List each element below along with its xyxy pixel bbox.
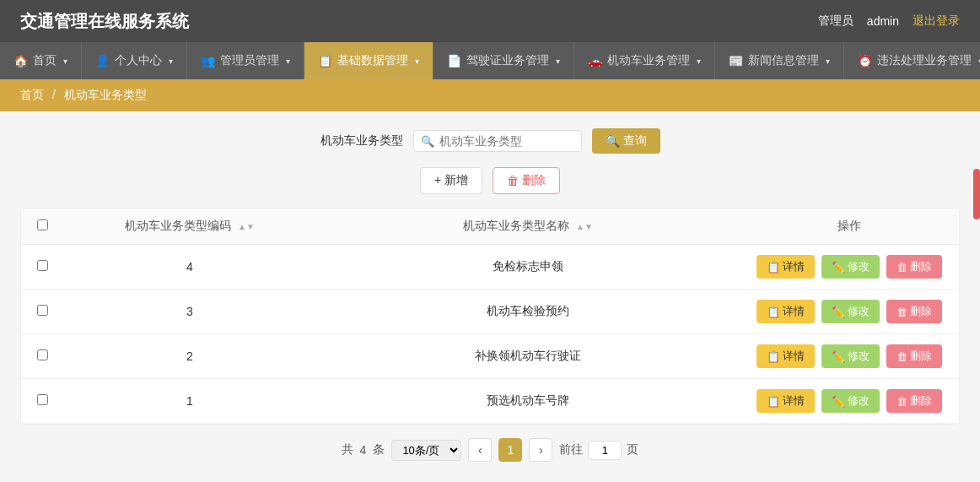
edit-label: 修改 bbox=[848, 259, 870, 274]
delete-row-button[interactable]: 🗑 删除 bbox=[886, 255, 942, 279]
prev-page-button[interactable]: ‹ bbox=[468, 438, 492, 462]
row-actions: 📋 详情 ✏️ 修改 🗑 删除 bbox=[753, 344, 945, 368]
page-1-button[interactable]: 1 bbox=[498, 438, 522, 462]
row-checkbox[interactable] bbox=[37, 394, 48, 405]
row-actions: 📋 详情 ✏️ 修改 🗑 删除 bbox=[753, 300, 945, 323]
edit-icon: ✏️ bbox=[832, 306, 845, 318]
vehicle-chevron-icon: ▾ bbox=[697, 57, 701, 66]
total-prefix: 共 bbox=[342, 442, 353, 458]
next-page-button[interactable]: › bbox=[529, 438, 552, 462]
driving-nav-label: 驾驶证业务管理 bbox=[466, 53, 549, 68]
nav-item-vehicle[interactable]: 🚗机动车业务管理▾ bbox=[574, 42, 715, 79]
header-name-col: 机动车业务类型名称 ▲▼ bbox=[316, 209, 740, 245]
row-checkbox-cell bbox=[21, 245, 63, 290]
select-all-checkbox[interactable] bbox=[37, 219, 48, 230]
detail-icon: 📋 bbox=[767, 350, 780, 363]
admin-chevron-icon: ▾ bbox=[286, 57, 290, 66]
delete-icon: 🗑 bbox=[897, 350, 907, 363]
nav-item-home[interactable]: 🏠首页▾ bbox=[0, 42, 82, 79]
pagination: 共 4 条 10条/页 20条/页 50条/页 ‹ 1 › 前往 页 bbox=[20, 438, 960, 462]
sort-arrows-name[interactable]: ▲▼ bbox=[576, 223, 593, 231]
detail-icon: 📋 bbox=[767, 395, 780, 408]
delete-label: 删除 bbox=[910, 304, 932, 319]
edit-icon: ✏️ bbox=[832, 395, 845, 408]
detail-button[interactable]: 📋 详情 bbox=[757, 389, 815, 413]
row-checkbox[interactable] bbox=[37, 305, 48, 316]
table-header-row: 机动车业务类型编码 ▲▼ 机动车业务类型名称 ▲▼ 操作 bbox=[21, 209, 959, 245]
row-action-cell: 📋 详情 ✏️ 修改 🗑 删除 bbox=[740, 379, 959, 424]
main-nav: 🏠首页▾👤个人中心▾👥管理员管理▾📋基础数据管理▾📄驾驶证业务管理▾🚗机动车业务… bbox=[0, 42, 980, 79]
header-action-label: 操作 bbox=[837, 219, 861, 232]
driving-nav-icon: 📄 bbox=[447, 54, 461, 68]
row-code-cell: 2 bbox=[63, 334, 316, 379]
header-code-col: 机动车业务类型编码 ▲▼ bbox=[63, 209, 316, 245]
detail-button[interactable]: 📋 详情 bbox=[757, 344, 815, 368]
search-label: 机动车业务类型 bbox=[320, 133, 403, 149]
row-action-cell: 📋 详情 ✏️ 修改 🗑 删除 bbox=[740, 245, 959, 290]
edit-label: 修改 bbox=[848, 393, 870, 409]
row-checkbox[interactable] bbox=[37, 349, 48, 360]
delete-icon: 🗑 bbox=[897, 395, 907, 408]
nav-item-news[interactable]: 📰新闻信息管理▾ bbox=[715, 42, 844, 79]
basic-nav-label: 基础数据管理 bbox=[337, 53, 408, 68]
page-goto: 前往 页 bbox=[559, 441, 638, 460]
page-unit: 页 bbox=[627, 442, 638, 458]
edit-button[interactable]: ✏️ 修改 bbox=[821, 344, 880, 368]
driving-chevron-icon: ▾ bbox=[556, 57, 560, 66]
search-icon-btn: 🔍 bbox=[606, 134, 620, 148]
search-bar: 机动车业务类型 🔍 🔍 查询 bbox=[20, 128, 960, 154]
table-row: 2 补换领机动车行驶证 📋 详情 ✏️ 修改 🗑 删除 bbox=[21, 334, 959, 379]
delete-icon: 🗑 bbox=[507, 174, 519, 187]
search-input[interactable] bbox=[439, 134, 574, 148]
search-input-wrap: 🔍 bbox=[413, 130, 582, 152]
total-unit: 条 bbox=[373, 442, 385, 458]
admin-nav-icon: 👥 bbox=[201, 54, 215, 68]
search-button-label: 查询 bbox=[623, 133, 647, 149]
batch-delete-label: 删除 bbox=[522, 173, 546, 188]
news-nav-label: 新闻信息管理 bbox=[748, 53, 819, 68]
nav-item-personal[interactable]: 👤个人中心▾ bbox=[82, 42, 187, 79]
delete-row-button[interactable]: 🗑 删除 bbox=[886, 389, 942, 413]
admin-nav-label: 管理员管理 bbox=[220, 53, 279, 68]
delete-row-button[interactable]: 🗑 删除 bbox=[886, 344, 942, 368]
breadcrumb-current: 机动车业务类型 bbox=[64, 88, 147, 101]
nav-item-driving[interactable]: 📄驾驶证业务管理▾ bbox=[433, 42, 574, 79]
edit-label: 修改 bbox=[848, 304, 870, 319]
goto-input[interactable] bbox=[588, 441, 622, 460]
sort-arrows-code[interactable]: ▲▼ bbox=[238, 223, 255, 231]
personal-chevron-icon: ▾ bbox=[169, 57, 173, 66]
edit-button[interactable]: ✏️ 修改 bbox=[821, 300, 880, 323]
breadcrumb-home[interactable]: 首页 bbox=[20, 88, 44, 101]
edit-button[interactable]: ✏️ 修改 bbox=[821, 389, 880, 413]
app-title: 交通管理在线服务系统 bbox=[20, 10, 189, 33]
add-button[interactable]: + 新增 bbox=[420, 167, 482, 194]
edit-button[interactable]: ✏️ 修改 bbox=[821, 255, 880, 279]
row-checkbox-cell bbox=[21, 379, 63, 424]
breadcrumb-separator: / bbox=[52, 88, 56, 101]
home-nav-icon: 🏠 bbox=[13, 54, 28, 68]
scroll-indicator[interactable] bbox=[973, 169, 980, 219]
batch-delete-button[interactable]: 🗑 删除 bbox=[493, 167, 560, 194]
detail-label: 详情 bbox=[783, 259, 805, 274]
nav-item-violation[interactable]: ⏰违法处理业务管理▾ bbox=[844, 42, 980, 79]
username: admin bbox=[867, 14, 899, 28]
detail-button[interactable]: 📋 详情 bbox=[757, 255, 815, 279]
row-actions: 📋 详情 ✏️ 修改 🗑 删除 bbox=[753, 389, 945, 413]
basic-chevron-icon: ▾ bbox=[415, 57, 419, 66]
row-code-cell: 3 bbox=[63, 290, 316, 334]
vehicle-nav-icon: 🚗 bbox=[588, 54, 602, 68]
row-name-cell: 预选机动车号牌 bbox=[316, 379, 740, 424]
row-checkbox[interactable] bbox=[37, 260, 48, 271]
detail-icon: 📋 bbox=[767, 306, 780, 318]
nav-item-basic[interactable]: 📋基础数据管理▾ bbox=[304, 42, 433, 79]
logout-button[interactable]: 退出登录 bbox=[913, 14, 960, 29]
detail-button[interactable]: 📋 详情 bbox=[757, 300, 815, 323]
nav-item-admin[interactable]: 👥管理员管理▾ bbox=[187, 42, 304, 79]
home-chevron-icon: ▾ bbox=[63, 57, 67, 66]
search-button[interactable]: 🔍 查询 bbox=[592, 128, 660, 154]
per-page-select[interactable]: 10条/页 20条/页 50条/页 bbox=[391, 440, 461, 461]
news-nav-icon: 📰 bbox=[729, 54, 743, 68]
delete-row-button[interactable]: 🗑 删除 bbox=[886, 300, 942, 323]
breadcrumb-bar: 首页 / 机动车业务类型 bbox=[0, 79, 980, 111]
header: 交通管理在线服务系统 管理员 admin 退出登录 bbox=[0, 0, 980, 42]
